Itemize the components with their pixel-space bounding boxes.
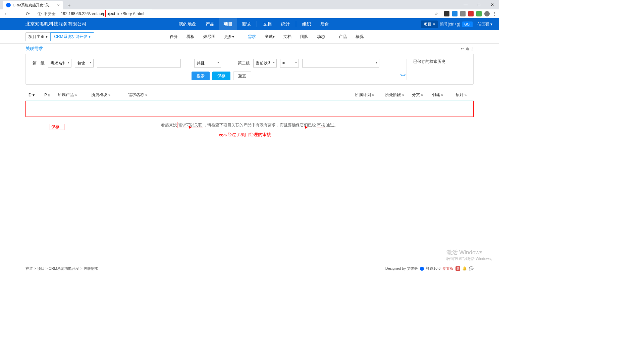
ext-icon[interactable] (452, 11, 458, 16)
nav-mydash[interactable]: 我的地盘 (174, 18, 201, 30)
ext-icon[interactable] (444, 11, 449, 16)
col-branch[interactable]: 分支⇅ (410, 89, 430, 101)
project-dropdown[interactable]: 项目 ▾ (421, 20, 437, 28)
nav-doc[interactable]: 文档 (258, 18, 276, 30)
reset-button[interactable]: 重置 (233, 72, 251, 80)
content: 第一组 需求名称 包含 并且 第二组 当前状态 = 搜索 保存 重置 ︾ 已保存… (0, 54, 499, 133)
history-title: 已保存的检索历史 (413, 59, 467, 64)
notif-badge[interactable]: 0 (455, 266, 460, 271)
chat-icon[interactable]: 💬 (469, 266, 474, 271)
go-button[interactable]: GO! (462, 21, 472, 27)
col-stage[interactable]: 所处阶段⇅ (383, 89, 410, 101)
ext-icon[interactable] (476, 11, 482, 16)
annotation-save-box: 保存 (50, 124, 64, 130)
empty-message: 看起来没需求可以关联，请检查下项目关联的产品中有没有需求，而且要确保它们已经审核… (25, 117, 474, 133)
id-search-hint[interactable]: 编号(ctrl+g) (440, 21, 461, 27)
top-nav: 我的地盘 产品 项目 测试 文档 统计 组织 后台 (174, 18, 334, 30)
subnav-activity[interactable]: 动态 (313, 31, 329, 43)
designed-by[interactable]: Designed by 艾体验 (385, 266, 418, 271)
subnav-team[interactable]: 团队 (296, 31, 312, 43)
col-product[interactable]: 所属产品⇅ (56, 89, 89, 101)
nav-product[interactable]: 产品 (201, 18, 219, 30)
new-tab-button[interactable]: + (65, 1, 73, 9)
nav-test[interactable]: 测试 (237, 18, 255, 30)
close-icon[interactable]: × (57, 3, 60, 8)
subnav-overview[interactable]: 概况 (352, 31, 368, 43)
nav-admin[interactable]: 后台 (316, 18, 334, 30)
subnav-product[interactable]: 产品 (335, 31, 351, 43)
col-estimate[interactable]: 预计⇅ (453, 89, 474, 101)
back-label: 返回 (466, 46, 474, 52)
nav-stat[interactable]: 统计 (276, 18, 294, 30)
value2-select[interactable] (302, 59, 379, 68)
url-host: 192.168.66.226/zentao (61, 11, 102, 16)
subnav-more[interactable]: 更多▾ (220, 31, 238, 43)
field1-select[interactable]: 需求名称 (48, 59, 71, 68)
value1-input[interactable] (97, 59, 181, 68)
maximize-button[interactable]: □ (472, 0, 486, 9)
col-p[interactable]: P⇅ (42, 89, 56, 101)
subnav-doc[interactable]: 文档 (279, 31, 296, 43)
annotation-box2: 审核 (316, 122, 326, 128)
op1-select[interactable]: 包含 (75, 59, 94, 68)
sub-nav: 任务 看板 燃尽图 更多▾ 需求 测试▾ 文档 团队 动态 产品 概况 (166, 31, 368, 43)
browser-tab[interactable]: CRM系统功能开发::关联需求 - 禅 × (3, 1, 63, 9)
col-id[interactable]: ID ▾ (25, 89, 42, 101)
user-menu[interactable]: 任国强 ▾ (477, 21, 492, 27)
expand-icon[interactable]: ︾ (400, 72, 406, 80)
header-right: 项目 ▾ 编号(ctrl+g) GO! 任国强 ▾ (421, 20, 492, 28)
close-window-button[interactable]: ✕ (486, 0, 499, 9)
col-plan[interactable]: 所属计划⇅ (353, 89, 383, 101)
col-title[interactable]: 需求名称⇅ (126, 89, 353, 101)
subnav-burn[interactable]: 燃尽图 (199, 31, 219, 43)
avatar-icon[interactable] (484, 11, 490, 16)
col-create[interactable]: 创建⇅ (430, 89, 453, 101)
ext-icon[interactable] (460, 11, 466, 16)
annotation-arrow2 (217, 127, 307, 127)
nav-project[interactable]: 项目 (219, 18, 237, 30)
minimize-button[interactable]: — (459, 0, 472, 9)
sep (332, 34, 332, 40)
edition-label: 专业版 (442, 266, 453, 271)
footer-right: Designed by 艾体验 禅道10.6 专业版 0 🔔 💬 (385, 266, 474, 271)
back-link[interactable]: ↩ 返回 (461, 46, 474, 52)
menu-icon[interactable]: ⋮ (492, 11, 496, 16)
address-bar[interactable]: ⓘ 不安全 | 192.168.66.226/zentao/project-li… (35, 10, 441, 17)
breadcrumb[interactable]: 禅道 > 项目 > CRM系统功能开发 > 关联需求 (25, 266, 98, 271)
col-module[interactable]: 所属模块⇅ (89, 89, 126, 101)
subnav-task[interactable]: 任务 (166, 31, 182, 43)
wm-line2: 转到"设置"以激活 Windows。 (446, 256, 495, 261)
favicon-icon (6, 3, 11, 7)
field2-select[interactable]: 当前状态 (253, 59, 277, 68)
info-icon: ⓘ (38, 11, 42, 17)
app-header: 北京知呱呱科技服务有限公司 我的地盘 产品 项目 测试 文档 统计 组织 后台 … (0, 18, 499, 30)
sep (241, 34, 241, 40)
zentao-logo-icon (420, 267, 424, 271)
msg-prefix: 看起来没 (161, 123, 177, 127)
save-button[interactable]: 保存 (212, 72, 230, 80)
reload-button[interactable]: ⟳ (24, 10, 32, 17)
wm-line1: 激活 Windows (446, 249, 495, 256)
logic-select[interactable]: 并且 (194, 59, 221, 68)
nav-sep (257, 21, 257, 27)
star-icon[interactable]: ☆ (434, 11, 438, 16)
crumb-project[interactable]: CRM系统功能开发 ▾ (50, 32, 96, 41)
ext-icon[interactable] (468, 11, 474, 16)
subnav-test[interactable]: 测试▾ (261, 31, 279, 43)
group1-label: 第一组 (33, 60, 45, 66)
back-button[interactable]: ← (3, 10, 10, 17)
company-name: 北京知呱呱科技服务有限公司 (25, 21, 87, 27)
search-button[interactable]: 搜索 (192, 72, 210, 80)
crumb-home[interactable]: 项目主页 ▾ (25, 32, 51, 41)
forward-button[interactable]: → (13, 10, 21, 17)
window-controls: — □ ✕ (459, 0, 499, 9)
op2-select[interactable]: = (280, 59, 299, 68)
group2-label: 第二组 (238, 60, 250, 66)
subnav-story[interactable]: 需求 (244, 31, 260, 43)
nav-org[interactable]: 组织 (298, 18, 316, 30)
bell-icon[interactable]: 🔔 (462, 266, 467, 271)
tab-strip: CRM系统功能开发::关联需求 - 禅 × + — □ ✕ (0, 0, 499, 9)
subnav-kanban[interactable]: 看板 (182, 31, 199, 43)
back-icon: ↩ (461, 46, 464, 51)
project-crumb: 项目主页 ▾ CRM系统功能开发 ▾ (25, 32, 96, 41)
